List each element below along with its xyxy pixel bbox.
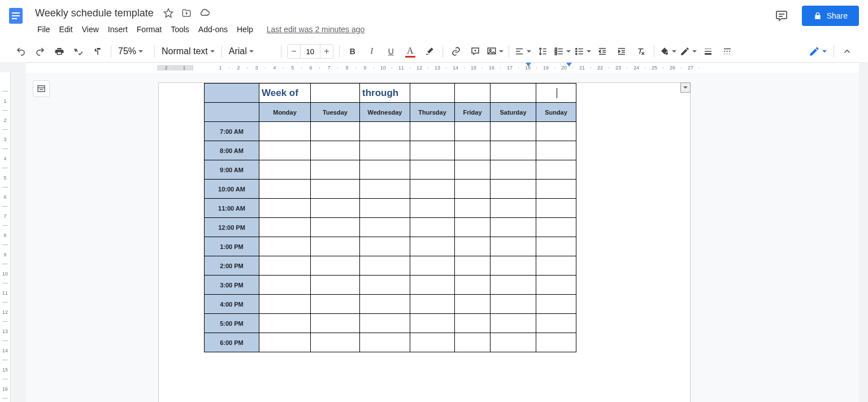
table-cell[interactable] (536, 180, 576, 199)
table-cell[interactable] (360, 276, 410, 295)
table-cell[interactable] (311, 84, 360, 103)
table-cell[interactable] (259, 295, 311, 314)
table-cell[interactable] (410, 122, 455, 141)
table-cell[interactable] (259, 333, 311, 352)
table-cell[interactable] (311, 237, 360, 256)
time-header[interactable]: 6:00 PM (205, 333, 259, 352)
border-color-button[interactable] (679, 43, 698, 59)
menu-format[interactable]: Format (132, 23, 166, 36)
menu-insert[interactable]: Insert (103, 23, 132, 36)
table-cell[interactable] (311, 276, 360, 295)
table-cell[interactable] (360, 256, 410, 276)
zoom-select[interactable]: 75% (115, 43, 151, 59)
time-header[interactable]: 4:00 PM (205, 295, 259, 314)
day-header[interactable]: Thursday (410, 103, 455, 122)
indent-marker-icon[interactable] (566, 63, 572, 67)
font-size-input[interactable] (300, 45, 320, 58)
table-cell[interactable] (491, 160, 536, 180)
schedule-table[interactable]: Week of through MondayTuesdayWednesdayTh… (204, 83, 576, 352)
table-cell[interactable] (491, 333, 536, 352)
table-cell[interactable] (259, 218, 311, 237)
day-header[interactable]: Wednesday (360, 103, 410, 122)
table-cell[interactable] (410, 237, 455, 256)
time-header[interactable]: 9:00 AM (205, 160, 259, 180)
table-options-button[interactable] (680, 82, 691, 93)
day-header[interactable]: Friday (455, 103, 491, 122)
spellcheck-button[interactable] (70, 43, 88, 59)
page[interactable]: Week of through MondayTuesdayWednesdayTh… (158, 82, 691, 402)
table-cell[interactable] (311, 218, 360, 237)
time-header[interactable]: 11:00 AM (205, 199, 259, 218)
day-header[interactable]: Sunday (536, 103, 576, 122)
star-icon[interactable] (162, 6, 175, 20)
table-cell[interactable] (311, 199, 360, 218)
font-select[interactable]: Arial (225, 43, 277, 59)
menu-addons[interactable]: Add-ons (194, 23, 232, 36)
insert-link-button[interactable] (447, 43, 465, 59)
menu-tools[interactable]: Tools (166, 23, 194, 36)
table-cell[interactable] (410, 295, 455, 314)
time-header[interactable]: 1:00 PM (205, 237, 259, 256)
table-cell[interactable] (259, 314, 311, 333)
table-cell[interactable] (536, 237, 576, 256)
table-cell[interactable] (360, 333, 410, 352)
table-cell[interactable] (259, 237, 311, 256)
table-cell[interactable] (360, 295, 410, 314)
increase-indent-button[interactable] (613, 43, 631, 59)
border-style-button[interactable] (718, 43, 736, 59)
table-cell[interactable] (536, 122, 576, 141)
table-cell[interactable] (536, 276, 576, 295)
table-cell[interactable] (205, 84, 259, 103)
table-cell[interactable] (410, 141, 455, 160)
table-cell[interactable] (410, 84, 455, 103)
table-cell[interactable] (259, 180, 311, 199)
time-header[interactable]: 12:00 PM (205, 218, 259, 237)
document-name[interactable]: Weekly schedule template (32, 6, 157, 20)
underline-button[interactable]: U (382, 43, 400, 59)
table-cell[interactable] (311, 314, 360, 333)
table-cell[interactable] (311, 141, 360, 160)
line-spacing-button[interactable] (533, 43, 552, 59)
table-cell[interactable] (491, 199, 536, 218)
vertical-ruler[interactable]: 1234567891011121314151617 (0, 72, 11, 402)
week-of-label[interactable]: Week of (259, 84, 311, 103)
table-cell[interactable] (311, 160, 360, 180)
text-color-button[interactable]: A (401, 43, 419, 59)
table-cell[interactable] (360, 122, 410, 141)
add-comment-button[interactable] (466, 43, 484, 59)
table-cell[interactable] (536, 160, 576, 180)
font-size-increase[interactable]: + (320, 45, 333, 58)
table-cell[interactable] (491, 295, 536, 314)
indent-marker-icon[interactable] (526, 63, 531, 67)
checklist-button[interactable] (553, 43, 572, 59)
table-cell[interactable] (536, 218, 576, 237)
table-cell[interactable] (455, 237, 491, 256)
menu-edit[interactable]: Edit (55, 23, 77, 36)
table-cell[interactable] (311, 256, 360, 276)
table-cell[interactable] (410, 218, 455, 237)
table-cell[interactable] (360, 218, 410, 237)
table-cell[interactable] (311, 122, 360, 141)
through-label[interactable]: through (360, 84, 410, 103)
hide-menus-button[interactable] (838, 43, 856, 59)
cloud-status-icon[interactable] (198, 6, 211, 20)
table-cell[interactable] (491, 276, 536, 295)
table-cell[interactable] (491, 84, 536, 103)
paint-format-button[interactable] (89, 43, 107, 59)
table-cell[interactable] (455, 141, 491, 160)
menu-help[interactable]: Help (232, 23, 258, 36)
table-cell[interactable] (311, 180, 360, 199)
table-cell[interactable] (455, 84, 491, 103)
align-button[interactable] (513, 43, 532, 59)
undo-button[interactable] (12, 43, 30, 59)
table-cell[interactable] (360, 199, 410, 218)
table-cell[interactable] (205, 103, 259, 122)
last-edit-link[interactable]: Last edit was 2 minutes ago (267, 25, 365, 34)
editing-mode-button[interactable] (805, 43, 830, 59)
menu-view[interactable]: View (77, 23, 103, 36)
time-header[interactable]: 3:00 PM (205, 276, 259, 295)
print-button[interactable] (50, 43, 68, 59)
move-icon[interactable] (180, 6, 193, 20)
table-cell[interactable] (259, 141, 311, 160)
horizontal-ruler[interactable]: 2112345678910111213141516171819202122232… (26, 62, 859, 73)
